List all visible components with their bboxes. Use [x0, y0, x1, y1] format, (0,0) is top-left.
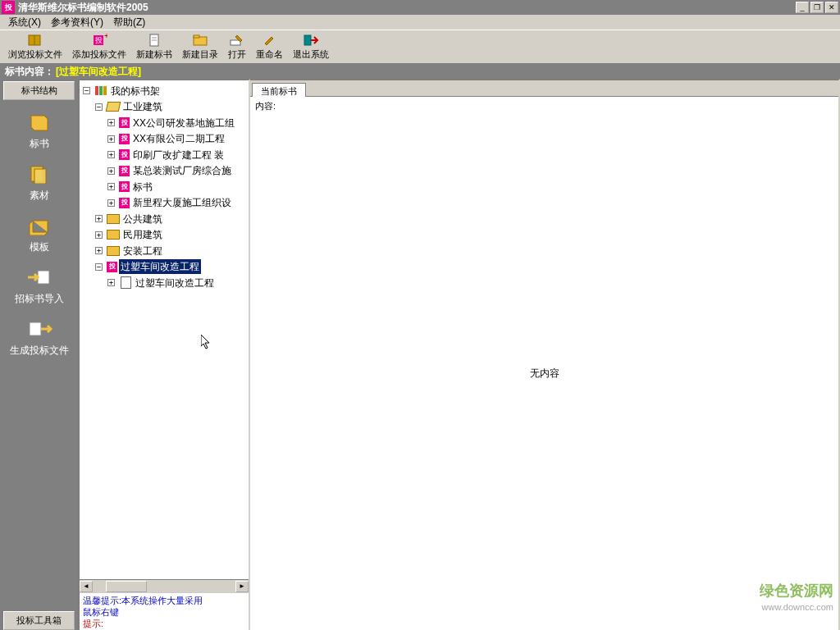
menu-help[interactable]: 帮助(Z) — [108, 14, 150, 31]
tree-item[interactable]: +投印刷厂改扩建工程 装 — [107, 148, 226, 162]
tree-item[interactable]: +投某总装测试厂房综合施 — [107, 163, 233, 178]
close-button[interactable]: ✕ — [825, 2, 838, 13]
sidebar-item-template[interactable]: 模板 — [26, 214, 52, 254]
tool-new-bid[interactable]: 新建标书 — [131, 31, 177, 62]
content-pane: 当前标书 内容: 无内容 — [250, 79, 840, 630]
expand-icon[interactable]: + — [107, 151, 115, 158]
hint-line-2: 鼠标右键 — [83, 606, 245, 618]
svg-text:+: + — [104, 34, 107, 40]
expand-icon[interactable]: + — [107, 199, 115, 207]
tool-rename[interactable]: 重命名 — [251, 31, 288, 62]
expand-icon[interactable]: + — [107, 119, 115, 126]
svg-rect-15 — [30, 322, 41, 336]
bookshelf-icon — [94, 85, 107, 96]
tree-view[interactable]: − 我的标书架 − 工业建筑 +投XX公司研发基地施工组 — [80, 80, 249, 579]
expand-icon[interactable]: + — [107, 135, 115, 143]
bid-add-icon: 投+ — [91, 33, 107, 48]
svg-rect-9 — [194, 35, 199, 38]
document-icon — [119, 277, 132, 288]
folder-icon — [107, 230, 120, 240]
tree-node-civil[interactable]: +民用建筑 — [95, 227, 164, 242]
sidebar-item-tender-import[interactable]: 招标书导入 — [15, 266, 64, 306]
svg-rect-18 — [103, 86, 107, 95]
tree-item[interactable]: +过塑车间改造工程 — [107, 276, 216, 290]
generate-icon — [26, 317, 52, 340]
bid-doc-icon: 投 — [119, 198, 130, 208]
menu-bar: 系统(X) 参考资料(Y) 帮助(Z) — [0, 15, 840, 30]
minimize-button[interactable]: _ — [796, 2, 809, 13]
sidebar-tab-toolbox[interactable]: 投标工具箱 — [3, 611, 75, 630]
menu-system[interactable]: 系统(X) — [3, 14, 46, 31]
folder-icon — [107, 245, 120, 256]
pencil-write-icon — [229, 33, 245, 48]
cursor-icon — [201, 335, 212, 351]
scroll-left-icon[interactable]: ◄ — [80, 581, 93, 592]
expand-icon[interactable]: + — [107, 279, 115, 286]
watermark: 绿色资源网 www.downcc.com — [760, 582, 833, 615]
tree-item[interactable]: +投XX公司研发基地施工组 — [107, 116, 236, 130]
hint-box: 温馨提示:本系统操作大量采用 鼠标右键 提示: — [80, 592, 249, 630]
collapse-icon[interactable]: − — [83, 87, 90, 94]
tree-pane: − 我的标书架 − 工业建筑 +投XX公司研发基地施工组 — [78, 79, 250, 630]
exit-icon — [303, 33, 319, 48]
hint-line-3: 提示: — [83, 618, 245, 629]
tool-add-bid-file[interactable]: 投+ 添加投标文件 — [67, 31, 131, 62]
bid-doc-icon: 投 — [119, 134, 130, 144]
tree-item[interactable]: +投新里程大厦施工组织设 — [107, 195, 233, 210]
expand-icon[interactable]: + — [95, 231, 103, 239]
tab-current-bid[interactable]: 当前标书 — [252, 83, 306, 97]
sidebar-item-bid[interactable]: 标书 — [26, 111, 52, 151]
title-bar: 投 清华斯维尔标书编制软件2005 _ ❐ ✕ — [0, 0, 840, 15]
bid-doc-icon: 投 — [107, 262, 117, 272]
header-prefix: 标书内容： — [5, 65, 54, 79]
tree-hscrollbar[interactable]: ◄ ► — [80, 579, 249, 592]
tool-browse-bid-file[interactable]: 浏览投标文件 — [3, 31, 67, 62]
pen-icon — [262, 33, 278, 48]
scroll-thumb[interactable] — [106, 581, 147, 592]
expand-icon[interactable]: + — [107, 167, 115, 175]
expand-icon[interactable]: + — [107, 183, 115, 190]
content-empty-text: 无内容 — [250, 116, 838, 630]
sidebar-item-material[interactable]: 素材 — [26, 162, 52, 203]
collapse-icon[interactable]: − — [95, 263, 103, 271]
tool-open[interactable]: 打开 — [223, 31, 251, 62]
tree-node-install[interactable]: +安装工程 — [95, 244, 164, 258]
tool-exit[interactable]: 退出系统 — [288, 31, 334, 62]
book-icon — [27, 33, 43, 48]
app-icon: 投 — [2, 1, 15, 14]
svg-rect-11 — [304, 35, 311, 45]
svg-rect-13 — [34, 169, 46, 184]
maximize-button[interactable]: ❐ — [810, 2, 824, 13]
content-header: 标书内容： [过塑车间改造工程] — [0, 64, 840, 79]
expand-icon[interactable]: + — [95, 215, 103, 222]
scroll-right-icon[interactable]: ► — [235, 581, 249, 592]
svg-rect-16 — [95, 86, 98, 95]
bid-doc-icon: 投 — [119, 181, 130, 192]
header-project: [过塑车间改造工程] — [56, 65, 141, 79]
tool-new-dir[interactable]: 新建目录 — [177, 31, 223, 62]
svg-rect-17 — [99, 86, 103, 95]
svg-text:投: 投 — [94, 36, 103, 44]
bid-doc-icon: 投 — [119, 166, 130, 176]
tree-item[interactable]: +投XX有限公司二期工程 — [107, 131, 226, 146]
expand-icon[interactable]: + — [95, 247, 103, 254]
content-tabs: 当前标书 — [250, 80, 838, 97]
tree-node-industrial[interactable]: − 工业建筑 — [95, 99, 164, 114]
folder-icon — [192, 33, 208, 48]
import-icon — [26, 266, 52, 289]
bid-doc-icon: 投 — [119, 117, 130, 128]
collapse-icon[interactable]: − — [95, 103, 103, 111]
sidebar-item-generate[interactable]: 生成投标文件 — [10, 317, 69, 358]
content-label: 内容: — [250, 97, 838, 116]
material-icon — [26, 162, 52, 185]
doc-icon — [146, 33, 162, 48]
tree-item[interactable]: +投标书 — [107, 180, 154, 194]
bid-doc-icon: 投 — [119, 149, 130, 160]
tree-root[interactable]: − 我的标书架 — [83, 84, 162, 98]
bid-icon — [26, 111, 52, 134]
tree-node-public[interactable]: +公共建筑 — [95, 212, 164, 226]
sidebar-tab-structure[interactable]: 标书结构 — [3, 81, 75, 100]
menu-reference[interactable]: 参考资料(Y) — [46, 14, 108, 31]
tree-node-selected[interactable]: − 投 过塑车间改造工程 — [95, 259, 201, 274]
hint-line-1: 温馨提示:本系统操作大量采用 — [83, 595, 245, 606]
